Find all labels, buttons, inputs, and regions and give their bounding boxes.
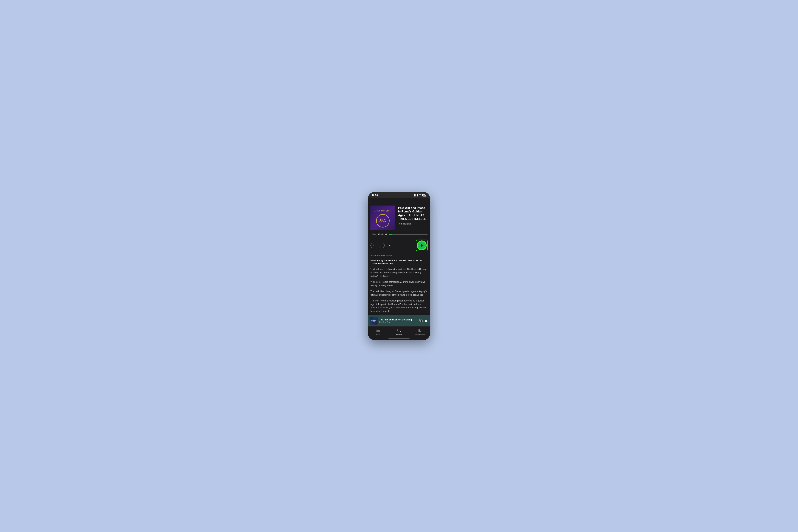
mini-info: The Pros and Cons of Breathing Fall Out …: [379, 319, 417, 323]
time: 10:55: [372, 194, 378, 196]
nav-search[interactable]: Search: [393, 328, 405, 336]
signal-icon: ▐▐▐: [413, 194, 418, 196]
description-section: Narrated by the author • THE INSTANT SUN…: [367, 259, 431, 313]
home-bar: [367, 337, 431, 340]
included-label: Included in Premium: [367, 254, 431, 259]
book-header: TOM HOLLAND War and Peace in Rome's Gold…: [367, 206, 431, 233]
desc-bold: Narrated by the author • THE INSTANT SUN…: [370, 259, 428, 265]
cover-subtitle: War and Peace in Rome's Golden Age: [375, 211, 391, 212]
desc-text2: The Pax Romana has long been revered as …: [370, 299, 428, 313]
nav-home[interactable]: Home: [372, 328, 384, 336]
status-icons: ▐▐▐ 83: [413, 194, 426, 196]
action-icons: ＋ ↓ •••: [370, 243, 392, 248]
bottom-nav: Home Search Your Library: [367, 326, 431, 337]
device-icon[interactable]: [419, 319, 423, 323]
cover-wreath: PAX: [376, 214, 390, 228]
wifi-icon: [419, 194, 421, 196]
cover-pax: PAX: [380, 219, 386, 223]
more-button[interactable]: •••: [387, 244, 392, 247]
book-author: Tom Holland: [398, 222, 428, 225]
book-title: Pax: War and Peace in Rome's Golden Age …: [398, 206, 428, 221]
progress-bar-bg: [389, 234, 428, 234]
library-icon: [418, 328, 422, 333]
mini-album-text: FALL OUT BOY: [370, 320, 378, 322]
phone-frame: 10:55 ▐▐▐ 83 ‹ TOM HOLLAND War: [367, 192, 431, 341]
download-button[interactable]: ↓: [379, 243, 385, 248]
action-row: ＋ ↓ •••: [367, 240, 431, 254]
book-info: Pax: War and Peace in Rome's Golden Age …: [398, 206, 428, 225]
book-cover: TOM HOLLAND War and Peace in Rome's Gold…: [370, 206, 395, 230]
play-button[interactable]: [417, 241, 426, 250]
mini-album-art: FALL OUT BOY: [370, 317, 378, 324]
time-left: 12 hrs, 57 min left: [370, 233, 387, 236]
home-icon: [376, 328, 380, 333]
nav-library[interactable]: Your Library: [414, 328, 426, 336]
desc-quote1: 'Holland, who co-hosts the podcast The R…: [370, 267, 428, 278]
play-button-container: [416, 240, 428, 251]
library-label: Your Library: [415, 334, 425, 336]
search-label: Search: [396, 334, 402, 336]
back-button[interactable]: ‹: [367, 198, 431, 206]
mini-artist: Fall Out Boy: [379, 321, 417, 323]
plus-icon: ＋: [372, 244, 375, 247]
download-icon: ↓: [381, 244, 382, 247]
svg-line-3: [400, 331, 401, 332]
mini-title: The Pros and Cons of Breathing: [379, 319, 417, 321]
play-icon: [421, 244, 423, 247]
mini-player[interactable]: FALL OUT BOY The Pros and Cons of Breath…: [367, 315, 431, 326]
home-indicator: [388, 338, 410, 339]
add-button[interactable]: ＋: [370, 243, 376, 248]
mini-controls: ▶: [419, 319, 428, 323]
battery-icon: 83: [422, 194, 426, 196]
mini-play-icon[interactable]: ▶: [425, 319, 428, 323]
home-label: Home: [376, 334, 381, 336]
desc-quote2: 'A book for lovers of traditional, grand…: [370, 280, 428, 287]
main-content: ‹ TOM HOLLAND War and Peace in Rome's Go…: [367, 198, 431, 313]
progress-section: 12 hrs, 57 min left: [367, 233, 431, 240]
desc-text1: The definitive history of Rome's golden …: [370, 290, 428, 297]
svg-point-2: [398, 329, 400, 331]
progress-bar-fill: [389, 234, 392, 234]
search-icon: [397, 328, 401, 333]
cover-author: TOM HOLLAND: [375, 210, 391, 211]
status-bar: 10:55 ▐▐▐ 83: [367, 192, 431, 198]
